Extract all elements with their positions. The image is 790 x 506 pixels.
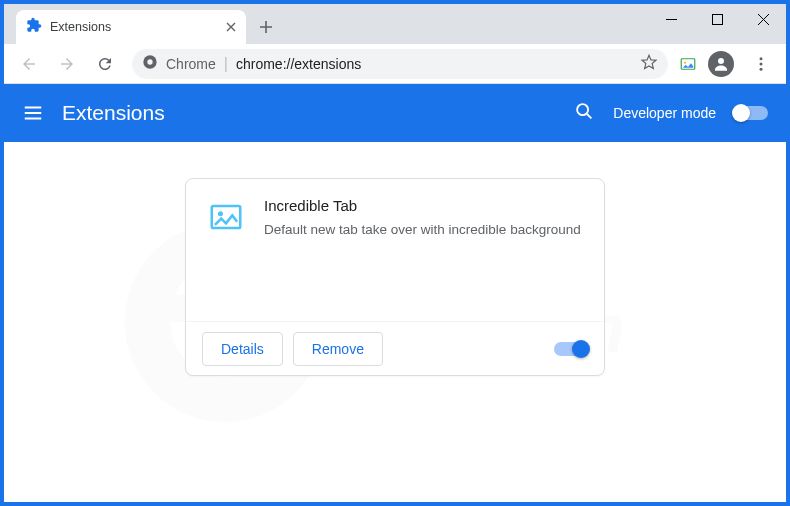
address-bar[interactable]: Chrome | chrome://extensions (132, 49, 668, 79)
extension-image-icon (206, 197, 246, 237)
tab-title: Extensions (50, 20, 218, 34)
extensions-content: risk.com Incredible Tab Default new tab … (4, 142, 786, 502)
maximize-button[interactable] (694, 4, 740, 34)
developer-mode-label: Developer mode (613, 105, 716, 121)
browser-tab[interactable]: Extensions (16, 10, 246, 44)
svg-rect-0 (712, 14, 722, 24)
remove-button[interactable]: Remove (293, 332, 383, 366)
omnibox-url: chrome://extensions (236, 56, 361, 72)
svg-point-4 (684, 61, 686, 63)
omnibox-prefix: Chrome (166, 56, 216, 72)
svg-point-9 (577, 104, 588, 115)
omnibox-divider: | (224, 55, 228, 73)
forward-button[interactable] (50, 47, 84, 81)
hamburger-menu-icon[interactable] (22, 102, 44, 124)
back-button[interactable] (12, 47, 46, 81)
extension-puzzle-icon (26, 17, 42, 37)
reload-button[interactable] (88, 47, 122, 81)
profile-avatar[interactable] (708, 51, 734, 77)
page-title: Extensions (62, 101, 165, 125)
toolbar: Chrome | chrome://extensions (4, 44, 786, 84)
svg-point-6 (760, 57, 763, 60)
extensions-header: Extensions Developer mode (4, 84, 786, 142)
browser-window: Extensions (4, 4, 786, 502)
chrome-logo-icon (142, 54, 158, 74)
svg-point-7 (760, 62, 763, 65)
bookmark-star-icon[interactable] (640, 53, 658, 75)
window-controls (648, 4, 786, 34)
tab-close-icon[interactable] (226, 19, 236, 35)
svg-point-2 (147, 59, 152, 64)
extension-enable-toggle[interactable] (554, 342, 588, 356)
titlebar: Extensions (4, 4, 786, 44)
close-window-button[interactable] (740, 4, 786, 34)
minimize-button[interactable] (648, 4, 694, 34)
new-tab-button[interactable] (252, 13, 280, 41)
svg-point-14 (218, 211, 223, 216)
extension-name: Incredible Tab (264, 197, 581, 214)
svg-point-5 (718, 58, 724, 64)
extension-card: Incredible Tab Default new tab take over… (185, 178, 605, 376)
kebab-menu-icon[interactable] (744, 47, 778, 81)
details-button[interactable]: Details (202, 332, 283, 366)
image-indicator-icon[interactable] (678, 54, 698, 74)
extension-description: Default new tab take over with incredibl… (264, 220, 581, 240)
search-icon[interactable] (573, 100, 595, 126)
svg-point-8 (760, 67, 763, 70)
developer-mode-toggle[interactable] (734, 106, 768, 120)
